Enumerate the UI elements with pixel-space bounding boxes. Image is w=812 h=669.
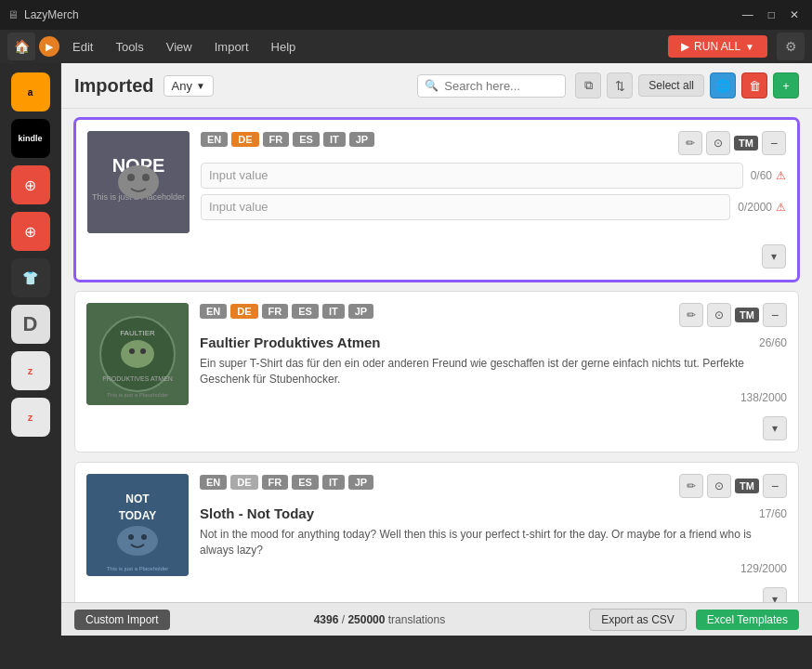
export-csv-button[interactable]: Export as CSV [589,609,687,631]
lang-es-button[interactable]: ES [293,132,320,147]
copy-icon-button[interactable]: ⊙ [707,303,731,327]
product-card: NOT TODAY This is just a Placeholder [74,462,799,602]
sidebar-item-zazzle1[interactable]: z [11,351,50,390]
lang-de-button[interactable]: DE [230,304,257,319]
close-button[interactable]: ✕ [784,7,805,23]
svg-point-4 [127,174,135,181]
select-all-button[interactable]: Select all [638,74,704,97]
card-body: EN DE FR ES IT JP ✏ ⊙ TM − [200,474,787,575]
copy-icon-button[interactable]: ⊙ [706,131,730,155]
desc-char-count: 0/2000 ⚠ [738,201,786,214]
minimize-button[interactable]: — [737,7,759,23]
lang-fr-button[interactable]: FR [262,475,289,490]
card-body: EN DE FR ES IT JP ✏ ⊙ TM − [200,303,787,404]
import-menu[interactable]: Import [205,36,258,58]
filter-icon-button[interactable]: ⇅ [607,72,633,98]
copy-button[interactable]: ⧉ [575,72,601,98]
titlebar: 🖥 LazyMerch — □ ✕ [0,0,812,30]
svg-point-3 [118,165,159,199]
svg-point-11 [129,348,135,354]
delete-button[interactable]: 🗑 [741,72,767,98]
lang-es-button[interactable]: ES [292,475,319,490]
title-char-count: 0/60 ⚠ [751,169,786,182]
product-card: FAULTIER PRODUKTIVES ATMEN This is just … [74,291,799,453]
card-actions: ✏ ⊙ TM − [678,131,786,155]
expand-button[interactable]: ▾ [763,587,787,602]
maximize-button[interactable]: □ [763,7,780,23]
lang-en-button[interactable]: EN [200,304,227,319]
remove-button[interactable]: − [762,131,786,155]
titlebar-title: LazyMerch [24,8,79,21]
remove-button[interactable]: − [763,303,787,327]
title-char-count: 17/60 [759,507,787,520]
card-description: Ein super T-Shirt das für den ein oder a… [200,356,787,404]
card-description: Not in the mood for anything today? Well… [200,527,787,575]
expand-button[interactable]: ▾ [763,416,787,440]
lang-jp-button[interactable]: JP [348,475,373,490]
card-content: NOT TODAY This is just a Placeholder [86,474,787,576]
expand-button[interactable]: ▾ [762,244,786,269]
cards-area: NOPE This is just a Placeholder [61,109,812,602]
lang-jp-button[interactable]: JP [348,304,373,319]
tools-menu[interactable]: Tools [106,36,152,58]
header-actions: ⧉ ⇅ Select all 🌐 🗑 + [575,72,799,98]
lang-it-button[interactable]: IT [322,475,345,490]
add-button[interactable]: + [773,72,799,98]
lang-de-button[interactable]: DE [230,475,257,490]
run-all-button[interactable]: ▶ RUN ALL ▼ [668,35,767,58]
lang-jp-button[interactable]: JP [349,132,374,147]
help-menu[interactable]: Help [262,36,306,58]
filter-value: Any [172,79,192,93]
remove-button[interactable]: − [763,474,787,498]
card-image: NOPE This is just a Placeholder [87,131,190,233]
filter-dropdown[interactable]: Any ▼ [164,75,214,97]
svg-point-5 [142,174,150,181]
content-area: Imported Any ▼ 🔍 ⧉ ⇅ Select all 🌐 🗑 + [61,63,812,636]
svg-point-18 [128,534,134,540]
view-menu[interactable]: View [157,36,202,58]
lang-en-button[interactable]: EN [201,132,228,147]
lang-de-button[interactable]: DE [231,132,258,147]
card-header-row: EN DE FR ES IT JP ✏ ⊙ TM − [201,131,786,155]
language-button[interactable]: 🌐 [710,72,736,98]
lang-fr-button[interactable]: FR [262,304,289,319]
title-input[interactable]: Input value [201,163,743,189]
sidebar-item-merch[interactable]: 👕 [11,258,50,297]
lang-en-button[interactable]: EN [200,475,227,490]
card-title: Sloth - Not Today [200,505,759,521]
desc-char-count: 138/2000 [740,391,787,404]
lang-es-button[interactable]: ES [292,304,319,319]
sidebar-item-designerino[interactable]: D [11,305,50,344]
sidebar-item-zazzle2[interactable]: z [11,398,50,437]
card-header-row: EN DE FR ES IT JP ✏ ⊙ TM − [200,474,787,498]
sidebar-item-redbubble1[interactable]: ⊕ [11,165,50,204]
copy-icon-button[interactable]: ⊙ [707,474,731,498]
search-input[interactable] [417,74,566,98]
edit-menu[interactable]: Edit [63,36,102,58]
sidebar: a kindle ⊕ ⊕ 👕 D z z [0,63,61,636]
card-actions: ✏ ⊙ TM − [679,474,787,498]
expand-section: ▾ [86,587,787,602]
titlebar-controls: — □ ✕ [737,7,805,23]
lang-it-button[interactable]: IT [323,132,346,147]
svg-point-19 [141,534,147,540]
svg-text:FAULTIER: FAULTIER [120,329,155,337]
search-box: 🔍 [417,74,566,98]
edit-icon-button[interactable]: ✏ [678,131,702,155]
svg-text:This is just a Placeholder: This is just a Placeholder [107,566,169,571]
sidebar-item-amazon[interactable]: a [11,72,50,112]
lang-it-button[interactable]: IT [322,304,345,319]
home-button[interactable]: 🏠 [7,33,35,60]
edit-icon-button[interactable]: ✏ [679,474,703,498]
card-actions: ✏ ⊙ TM − [679,303,787,327]
desc-input[interactable]: Input value [201,194,730,220]
edit-icon-button[interactable]: ✏ [679,303,703,327]
sidebar-item-kindle[interactable]: kindle [11,119,50,158]
excel-templates-button[interactable]: Excel Templates [696,610,799,630]
lang-fr-button[interactable]: FR [263,132,290,147]
main-layout: a kindle ⊕ ⊕ 👕 D z z [0,63,812,636]
custom-import-button[interactable]: Custom Import [74,610,170,630]
search-icon: 🔍 [425,79,439,92]
settings-button[interactable]: ⚙ [777,33,805,60]
sidebar-item-redbubble2[interactable]: ⊕ [11,212,50,251]
